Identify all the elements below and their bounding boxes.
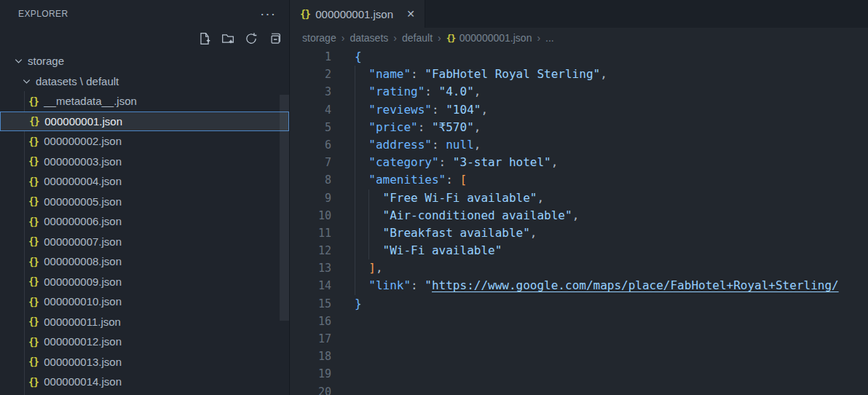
code-editor[interactable]: 1{2 "name": "FabHotel Royal Sterling",3 …	[290, 48, 868, 395]
tree-file-000000006-json[interactable]: {}000000006.json	[0, 211, 289, 232]
json-file-icon: {}	[29, 115, 39, 127]
tab-000000001-json[interactable]: {} 000000001.json ✕	[290, 0, 425, 28]
code-line-6[interactable]: 6 "address": null,	[290, 136, 868, 154]
code-line-4[interactable]: 4 "reviews": "104",	[290, 101, 868, 119]
tree-file-000000009-json[interactable]: {}000000009.json	[0, 272, 289, 292]
tree-item-label: 000000005.json	[44, 195, 122, 208]
code-line-16[interactable]: 16	[290, 313, 868, 330]
line-number: 3	[290, 83, 331, 101]
tree-file-metadata-json[interactable]: {}__metadata__.json	[0, 91, 289, 112]
line-content: "rating": "4.0",	[331, 83, 481, 101]
line-content: "Free Wi-Fi available",	[331, 189, 544, 207]
code-line-9[interactable]: 9 "Free Wi-Fi available",	[290, 189, 868, 207]
json-file-icon: {}	[28, 155, 38, 167]
chevron-right-icon: ›	[342, 32, 345, 44]
json-file-icon: {}	[28, 95, 38, 107]
breadcrumb-default[interactable]: default	[402, 32, 433, 44]
code-line-19[interactable]: 19	[290, 365, 868, 383]
tree-file-000000003-json[interactable]: {}000000003.json	[0, 152, 289, 172]
json-file-icon: {}	[28, 296, 38, 308]
code-line-1[interactable]: 1{	[290, 48, 868, 66]
json-file-icon: {}	[28, 336, 38, 348]
tree-file-000000013-json[interactable]: {}000000013.json	[0, 352, 289, 372]
tree-item-label: 000000011.json	[44, 316, 121, 328]
refresh-icon[interactable]	[244, 32, 258, 46]
new-file-icon[interactable]	[197, 32, 211, 46]
tree-folder-datasets-default[interactable]: datasets \ default	[0, 71, 289, 92]
explorer-toolbar	[0, 28, 289, 50]
tree-file-000000012-json[interactable]: {}000000012.json	[0, 332, 289, 352]
breadcrumb-datasets[interactable]: datasets	[350, 32, 388, 44]
code-line-13[interactable]: 13 ],	[290, 259, 868, 277]
line-number: 10	[290, 207, 331, 224]
breadcrumb-[interactable]: ...	[545, 32, 554, 44]
line-content: {	[331, 48, 362, 66]
tree-file-000000007-json[interactable]: {}000000007.json	[0, 232, 289, 252]
tree-file-000000014-json[interactable]: {}000000014.json	[0, 372, 289, 392]
code-line-10[interactable]: 10 "Air-conditioned available",	[290, 207, 868, 224]
tree-folder-storage[interactable]: storage	[0, 51, 289, 71]
tree-file-000000011-json[interactable]: {}000000011.json	[0, 312, 289, 332]
line-content	[331, 313, 355, 330]
line-content: "price": "₹570",	[331, 119, 481, 136]
line-number: 7	[290, 154, 331, 171]
line-number: 1	[290, 48, 331, 66]
tree-file-000000008-json[interactable]: {}000000008.json	[0, 251, 289, 272]
code-line-5[interactable]: 5 "price": "₹570",	[290, 119, 868, 136]
line-number: 11	[290, 224, 331, 242]
chevron-right-icon: ›	[393, 32, 397, 44]
json-file-icon: {}	[28, 216, 38, 227]
chevron-down-icon	[12, 55, 24, 67]
code-line-11[interactable]: 11 "Breakfast available",	[290, 224, 868, 242]
tab-label: 000000001.json	[315, 8, 393, 20]
line-number: 19	[290, 365, 331, 383]
sidebar-scrollbar[interactable]	[280, 95, 289, 321]
line-content	[331, 365, 355, 383]
line-content: "Breakfast available",	[331, 224, 537, 242]
code-line-18[interactable]: 18	[290, 348, 868, 365]
line-content	[331, 383, 355, 395]
indent-guide-level1	[355, 66, 355, 295]
json-file-icon: {}	[300, 8, 309, 20]
tree-item-label: 000000006.json	[44, 215, 122, 227]
line-number: 20	[290, 383, 331, 395]
breadcrumb-storage[interactable]: storage	[302, 32, 336, 44]
json-file-icon: {}	[28, 136, 38, 147]
line-content: "address": null,	[331, 136, 481, 154]
tree-file-000000002-json[interactable]: {}000000002.json	[0, 131, 289, 152]
tree-file-000000010-json[interactable]: {}000000010.json	[0, 292, 289, 312]
code-line-14[interactable]: 14 "link": "https://www.google.com/maps/…	[290, 277, 868, 294]
line-number: 14	[290, 277, 331, 294]
code-line-2[interactable]: 2 "name": "FabHotel Royal Sterling",	[290, 66, 868, 83]
json-file-icon: {}	[28, 316, 38, 327]
json-file-icon: {}	[446, 33, 455, 44]
line-number: 2	[290, 66, 331, 83]
code-line-3[interactable]: 3 "rating": "4.0",	[290, 83, 868, 101]
line-number: 4	[290, 101, 331, 119]
url-link[interactable]: https://www.google.com/maps/place/FabHot…	[432, 278, 839, 292]
breadcrumb-000000001-json[interactable]: {}000000001.json	[446, 32, 532, 44]
more-actions-icon[interactable]: ···	[260, 10, 276, 17]
tree-file-000000005-json[interactable]: {}000000005.json	[0, 192, 289, 212]
code-line-7[interactable]: 7 "category": "3-star hotel",	[290, 154, 868, 171]
line-number: 8	[290, 171, 331, 189]
line-number: 15	[290, 295, 331, 313]
tree-item-label: 000000012.json	[44, 335, 122, 348]
breadcrumb-label: storage	[302, 32, 336, 44]
line-number: 9	[290, 189, 331, 207]
breadcrumbs: storage›datasets›default›{}000000001.jso…	[290, 28, 868, 48]
collapse-all-icon[interactable]	[267, 32, 281, 46]
code-line-12[interactable]: 12 "Wi-Fi available"	[290, 242, 868, 259]
tree-file-000000001-json[interactable]: {}000000001.json	[0, 112, 289, 132]
code-line-17[interactable]: 17	[290, 330, 868, 348]
close-tab-icon[interactable]: ✕	[404, 7, 417, 20]
json-file-icon: {}	[28, 376, 38, 388]
code-line-20[interactable]: 20	[290, 383, 868, 395]
code-line-15[interactable]: 15}	[290, 295, 868, 313]
new-folder-icon[interactable]	[221, 32, 234, 46]
json-file-icon: {}	[28, 256, 38, 267]
tree-file-000000004-json[interactable]: {}000000004.json	[0, 171, 289, 192]
json-file-icon: {}	[28, 235, 38, 247]
chevron-right-icon: ›	[537, 32, 540, 44]
code-line-8[interactable]: 8 "amenities": [	[290, 171, 868, 189]
